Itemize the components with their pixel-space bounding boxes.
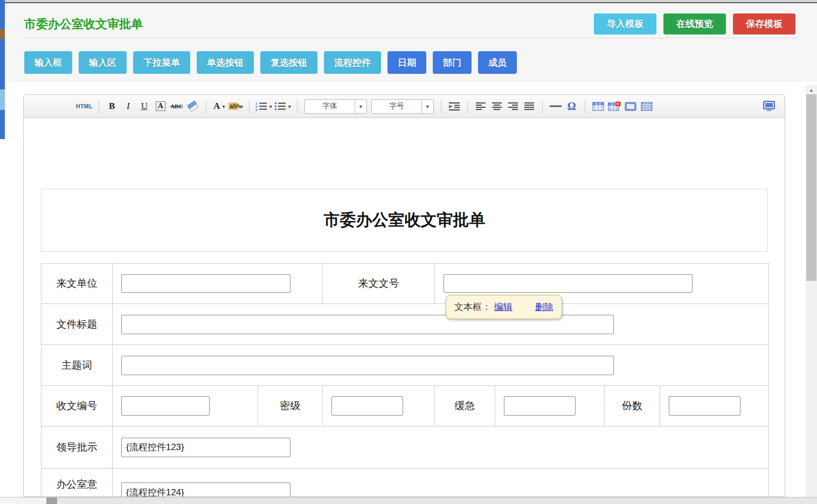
cell-urgency [495, 386, 605, 426]
document-number-input[interactable] [444, 274, 693, 293]
label-document-number: 来文文号 [323, 264, 435, 304]
align-right-button[interactable] [506, 99, 520, 114]
tooltip-edit-link[interactable]: 编辑 [494, 301, 513, 313]
background-page-strip [0, 0, 5, 139]
eraser-icon [186, 101, 199, 112]
widget-button-flow-control[interactable]: 流程控件 [324, 51, 381, 74]
insert-table-button[interactable] [591, 99, 605, 114]
chevron-down-icon: ▾ [288, 103, 291, 109]
rich-text-editor: HTML B I U A ABC A ▾ [23, 94, 785, 497]
approval-form-table: 来文单位 来文文号 文件标题 主题词 [41, 263, 769, 497]
scrollbar-thumb[interactable] [806, 94, 816, 281]
font-size-label: 字号 [372, 100, 421, 113]
table-properties-icon [641, 102, 653, 111]
tooltip-delete-link[interactable]: 删除 [535, 301, 553, 313]
toolbar-separator [467, 100, 468, 113]
indent-icon [448, 101, 461, 111]
cell-document-title [113, 304, 769, 345]
background-strip-mark [0, 29, 5, 39]
unordered-list-button[interactable]: ▾ [274, 99, 291, 114]
bold-icon: B [109, 101, 115, 112]
label-urgency: 缓急 [435, 386, 495, 426]
font-color-button[interactable]: A ▾ [212, 99, 226, 114]
toolbar-separator [249, 100, 250, 113]
svg-text:×: × [616, 101, 619, 107]
receipt-number-input[interactable] [121, 396, 210, 416]
font-size-select[interactable]: 字号 ▾ [371, 99, 434, 114]
table-row: 主题词 [41, 345, 769, 386]
toolbar-separator [297, 100, 297, 113]
pencil-icon: ✎ [237, 103, 242, 111]
align-justify-button[interactable] [522, 99, 536, 114]
editor-content[interactable]: 市委办公室收文审批单 来文单位 来文文号 文件标题 [24, 118, 785, 497]
cell-properties-button[interactable] [624, 99, 638, 114]
html-source-button[interactable]: HTML [76, 99, 93, 114]
header-divider [24, 38, 797, 38]
toolbar-separator [206, 100, 206, 113]
underline-icon: U [141, 101, 148, 112]
background-strip-mark [0, 89, 5, 110]
import-template-button[interactable]: 导入模板 [594, 13, 656, 34]
fullscreen-button[interactable] [762, 99, 776, 114]
special-character-button[interactable]: Ω [565, 99, 579, 114]
indent-button[interactable] [447, 99, 461, 114]
italic-button[interactable]: I [121, 99, 135, 114]
widget-button-textarea[interactable]: 输入区 [79, 51, 127, 74]
vertical-scrollbar[interactable]: ▲ ▼ [806, 85, 817, 504]
security-level-input[interactable] [331, 396, 403, 416]
horizontal-rule-icon [549, 102, 562, 111]
bold-button[interactable]: B [105, 99, 119, 114]
form-title-cell[interactable]: 市委办公室收文审批单 [41, 189, 768, 252]
bottom-bar-segment [0, 498, 46, 504]
strikethrough-button[interactable]: ABC [170, 99, 184, 114]
widget-button-checkbox[interactable]: 复选按钮 [260, 51, 317, 74]
italic-icon: I [127, 101, 130, 112]
align-right-icon [508, 102, 518, 111]
highlight-color-button[interactable]: ab ✎ ▾ [229, 99, 243, 114]
table-row: 来文单位 来文文号 [41, 264, 769, 304]
save-template-button[interactable]: 保存模板 [733, 13, 795, 34]
fullscreen-monitor-icon [763, 101, 776, 112]
cell-leader-instructions: {流程控件123} [113, 426, 769, 468]
ordered-list-button[interactable]: 1 2 3 ▾ [255, 99, 272, 114]
chevron-down-icon: ▾ [222, 103, 225, 109]
widget-button-department[interactable]: 部门 [433, 51, 472, 74]
online-preview-button[interactable]: 在线预览 [663, 13, 726, 34]
omega-icon: Ω [567, 100, 576, 113]
toolbar-separator [585, 100, 585, 113]
cell-properties-icon [625, 102, 636, 111]
table-properties-button[interactable] [640, 99, 654, 114]
insert-table-icon [592, 102, 604, 111]
urgency-input[interactable] [504, 396, 576, 416]
toolbar-separator [441, 100, 441, 113]
align-center-button[interactable] [490, 99, 504, 114]
tooltip-label: 文本框： [454, 301, 491, 313]
horizontal-rule-button[interactable] [549, 99, 563, 114]
widget-button-date[interactable]: 日期 [387, 51, 426, 74]
underline-button[interactable]: U [137, 99, 151, 114]
widget-button-dropdown[interactable]: 下拉菜单 [133, 51, 190, 74]
label-receipt-number: 收文编号 [41, 386, 113, 426]
bottom-bar-handle [46, 498, 57, 504]
label-security-level: 密级 [258, 386, 323, 426]
subject-words-input[interactable] [121, 356, 614, 375]
font-family-select[interactable]: 字体 ▾ [304, 99, 367, 114]
framed-a-icon: A [156, 101, 165, 111]
chevron-down-icon: ▾ [421, 100, 433, 113]
incoming-unit-input[interactable] [121, 274, 290, 293]
align-left-button[interactable] [474, 99, 488, 114]
leader-instructions-input[interactable]: {流程控件123} [121, 438, 290, 457]
widget-button-input-box[interactable]: 输入框 [24, 51, 72, 74]
html-source-icon: HTML [76, 103, 93, 109]
widget-button-member[interactable]: 成员 [478, 51, 517, 74]
office-opinion-input[interactable]: {流程控件124} [121, 482, 290, 497]
eraser-button[interactable] [186, 99, 200, 114]
cell-copies [660, 386, 769, 426]
scroll-up-icon[interactable]: ▲ [806, 86, 817, 94]
remove-format-frame-button[interactable]: A [154, 99, 168, 114]
delete-table-button[interactable]: × [607, 99, 621, 114]
cell-office-opinion: {流程控件124} [113, 468, 769, 498]
widget-button-radio[interactable]: 单选按钮 [197, 51, 254, 74]
chevron-down-icon: ▾ [269, 103, 272, 109]
copies-input[interactable] [669, 396, 740, 416]
